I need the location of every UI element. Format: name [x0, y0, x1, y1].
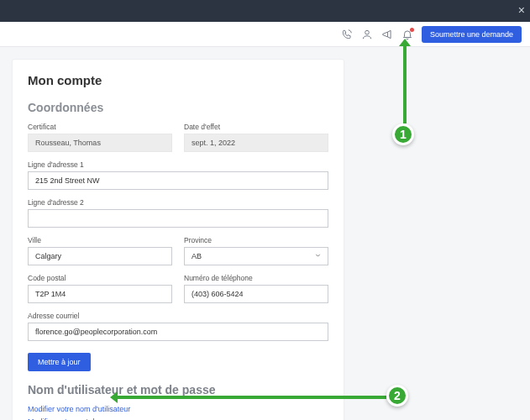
top-bar: ×	[0, 0, 530, 22]
update-button[interactable]: Mettre à jour	[28, 353, 91, 371]
user-icon[interactable]	[361, 29, 373, 40]
submit-request-button[interactable]: Soumettre une demande	[422, 26, 522, 43]
certificate-value: Rousseau, Thomas	[28, 134, 172, 152]
province-label: Province	[184, 236, 328, 244]
callout-1: 1	[392, 123, 414, 145]
address1-label: Ligne d'adresse 1	[28, 160, 328, 169]
phone-label: Numéro de téléphone	[184, 274, 328, 282]
notification-dot	[410, 28, 414, 32]
city-label: Ville	[28, 236, 172, 244]
postal-label: Code postal	[28, 274, 172, 282]
callout-arrow-1	[403, 46, 407, 123]
address2-input[interactable]	[28, 209, 328, 228]
address1-input[interactable]	[28, 171, 328, 190]
header-bar: Soumettre une demande	[0, 22, 530, 47]
section-credentials-title: Nom d'utilisateur et mot de passe	[28, 383, 328, 396]
account-card: Mon compte Coordonnées Certificat Rousse…	[12, 59, 344, 420]
change-username-link[interactable]: Modifier votre nom d'utilisateur	[28, 405, 328, 413]
postal-input[interactable]	[28, 285, 172, 303]
close-icon[interactable]: ×	[518, 3, 525, 17]
email-input[interactable]	[28, 323, 328, 341]
page-body: Mon compte Coordonnées Certificat Rousse…	[0, 47, 530, 420]
effective-date-value: sept. 1, 2022	[184, 134, 328, 152]
svg-point-0	[365, 30, 370, 34]
callout-2: 2	[386, 385, 408, 407]
email-label: Adresse courriel	[28, 312, 328, 320]
effective-date-label: Date d'effet	[184, 123, 328, 131]
province-select[interactable]	[184, 247, 328, 265]
page-title: Mon compte	[28, 73, 328, 87]
address2-label: Ligne d'adresse 2	[28, 198, 328, 207]
phone-input[interactable]	[184, 285, 328, 303]
support-call-icon[interactable]	[341, 29, 353, 40]
callout-arrow-2	[118, 396, 386, 399]
megaphone-icon[interactable]	[381, 29, 393, 40]
certificate-label: Certificat	[28, 123, 172, 131]
city-input[interactable]	[28, 247, 172, 265]
section-contact-title: Coordonnées	[28, 101, 328, 114]
